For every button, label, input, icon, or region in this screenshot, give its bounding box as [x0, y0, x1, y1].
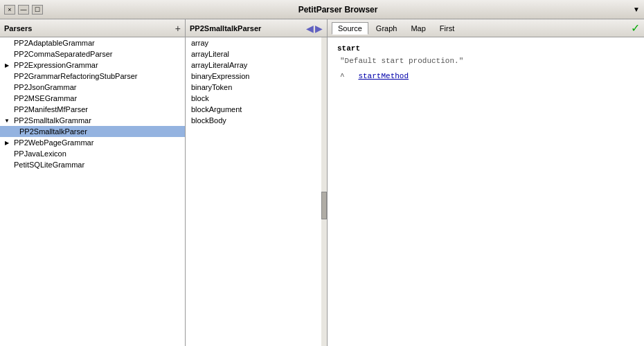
middle-scrollbar-thumb[interactable] — [321, 192, 327, 219]
parser-item-array[interactable]: array — [186, 37, 327, 48]
right-header: Source Graph Map First ✓ — [328, 19, 644, 37]
parser-list: array arrayLiteral arrayLiteralArray bin… — [186, 37, 327, 346]
minimize-btn[interactable]: — — [18, 5, 29, 15]
title-bar: × — ☐ PetitParser Browser ▼ — [0, 0, 644, 19]
tab-source[interactable]: Source — [332, 22, 368, 35]
title-bar-controls: × — ☐ — [4, 5, 43, 15]
right-panel: Source Graph Map First ✓ start "Default … — [328, 19, 644, 346]
parsers-header: Parsers + — [0, 19, 185, 37]
tab-first[interactable]: First — [433, 22, 460, 35]
middle-panel: PP2SmalltalkParser ◀ ▶ array arrayLitera… — [186, 19, 328, 346]
parsers-title: Parsers — [4, 24, 32, 33]
parser-item-binaryToken[interactable]: binaryToken — [186, 82, 327, 93]
tree-item-PP2SmalltalkParser[interactable]: PP2SmalltalkParser — [0, 126, 185, 137]
tree-item-PP2JsonGrammar[interactable]: PP2JsonGrammar — [0, 82, 185, 93]
nav-forward-button[interactable]: ▶ — [315, 23, 323, 34]
tree-item-PP2CommaSeparatedParser[interactable]: PP2CommaSeparatedParser — [0, 48, 185, 60]
parser-item-arrayLiteral[interactable]: arrayLiteral — [186, 48, 327, 60]
middle-scrollbar-track — [321, 37, 327, 346]
source-content: start "Default start production." ^ star… — [328, 37, 644, 346]
tree-item-PetitSQLiteGrammar[interactable]: PetitSQLiteGrammar — [0, 159, 185, 170]
tab-map[interactable]: Map — [404, 22, 431, 35]
middle-header: PP2SmalltalkParser ◀ ▶ — [186, 19, 327, 37]
parsers-tree: PP2AdaptableGrammar PP2CommaSeparatedPar… — [0, 37, 185, 346]
add-parser-button[interactable]: + — [175, 24, 181, 33]
nav-back-button[interactable]: ◀ — [306, 23, 314, 34]
top-container: Parsers + PP2AdaptableGrammar PP2CommaSe… — [0, 19, 644, 346]
parser-item-arrayLiteralArray[interactable]: arrayLiteralArray — [186, 60, 327, 71]
source-link[interactable]: startMethod — [358, 72, 409, 80]
tree-item-PP2ManifestMfParser[interactable]: PP2ManifestMfParser — [0, 104, 185, 115]
tree-toggle: ▼ — [3, 118, 11, 124]
middle-title: PP2SmalltalkParser — [190, 24, 261, 33]
tree-item-PP2GrammarRefactoringStubParser[interactable]: PP2GrammarRefactoringStubParser — [0, 71, 185, 82]
maximize-btn[interactable]: ☐ — [32, 5, 43, 15]
window-title: PetitParser Browser — [298, 5, 378, 15]
tree-item-PPJavaLexicon[interactable]: PPJavaLexicon — [0, 148, 185, 159]
tree-item-PP2AdaptableGrammar[interactable]: PP2AdaptableGrammar — [0, 37, 185, 48]
close-btn[interactable]: × — [4, 5, 15, 15]
tree-toggle: ▶ — [3, 62, 11, 69]
source-title: start — [337, 44, 360, 53]
parser-item-blockArgument[interactable]: blockArgument — [186, 104, 327, 115]
parser-item-binaryExpression[interactable]: binaryExpression — [186, 71, 327, 82]
title-bar-right: ▼ — [633, 6, 640, 13]
parser-item-blockBody[interactable]: blockBody — [186, 115, 327, 126]
nav-arrows: ◀ ▶ — [306, 23, 323, 34]
parser-item-block[interactable]: block — [186, 93, 327, 104]
check-icon: ✓ — [631, 21, 640, 35]
source-caret: ^ — [340, 72, 345, 80]
tab-graph[interactable]: Graph — [370, 22, 404, 35]
tree-item-PP2MSEGrammar[interactable]: PP2MSEGrammar — [0, 93, 185, 104]
parsers-panel: Parsers + PP2AdaptableGrammar PP2CommaSe… — [0, 19, 186, 346]
source-comment: "Default start production." — [340, 57, 463, 65]
tree-toggle: ▶ — [3, 140, 11, 146]
tree-item-PP2WebPageGrammar[interactable]: ▶ PP2WebPageGrammar — [0, 137, 185, 148]
tree-item-PP2SmalltalkGrammar[interactable]: ▼ PP2SmalltalkGrammar — [0, 115, 185, 126]
dropdown-icon[interactable]: ▼ — [633, 6, 640, 13]
tree-item-PP2ExpressionGrammar[interactable]: ▶ PP2ExpressionGrammar — [0, 60, 185, 71]
